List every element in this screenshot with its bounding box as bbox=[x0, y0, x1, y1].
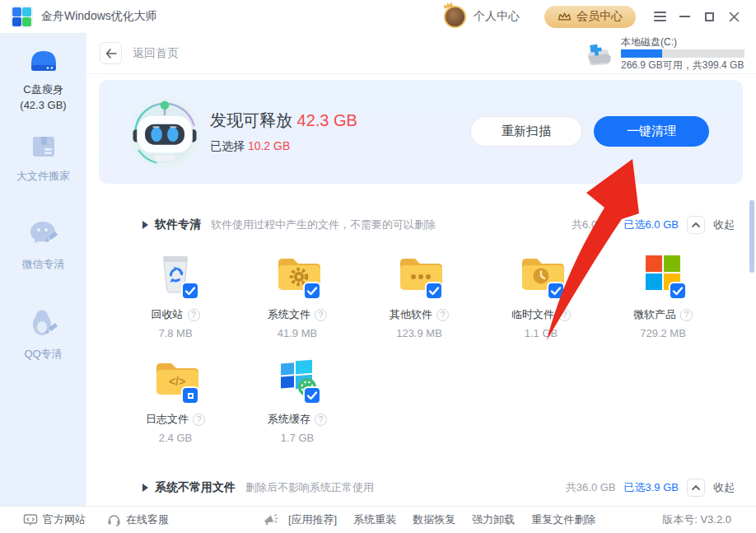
section-description: 软件使用过程中产生的文件，不需要的可以删除 bbox=[211, 217, 436, 232]
sidebar-item-wechat-clean[interactable]: 微信专清 bbox=[0, 218, 86, 272]
titlebar: 金舟Windows优化大师 个人中心 会员中心 bbox=[0, 0, 756, 33]
checkbox-checked[interactable] bbox=[305, 283, 320, 298]
user-avatar[interactable] bbox=[444, 6, 466, 28]
section-selected: 已选6.0 GB bbox=[624, 217, 679, 232]
app-logo-icon bbox=[11, 6, 33, 28]
cleanup-item-label: 其他软件 bbox=[390, 307, 432, 322]
chevron-up-icon bbox=[690, 482, 702, 493]
one-click-clean-button[interactable]: 一键清理 bbox=[594, 116, 709, 147]
sidebar-item-c-drive-slim[interactable]: C盘瘦身 (42.3 GB) bbox=[0, 45, 86, 113]
checkbox-checked[interactable] bbox=[427, 283, 441, 298]
force-uninstall-link[interactable]: 强力卸载 bbox=[472, 512, 515, 527]
cleanup-item-system-cache[interactable]: 系统缓存 1.7 GB bbox=[236, 354, 358, 444]
footer: 官方网站 在线客服 [应用推荐] 系统重装 数据恢复 强力卸载 bbox=[0, 506, 756, 533]
section-total: 共36.0 GB bbox=[566, 480, 616, 495]
collapse-button[interactable] bbox=[687, 479, 705, 497]
help-icon[interactable] bbox=[680, 309, 693, 321]
headset-icon bbox=[107, 513, 121, 526]
back-button[interactable] bbox=[100, 42, 122, 64]
help-icon[interactable] bbox=[188, 309, 200, 321]
close-button[interactable] bbox=[721, 5, 746, 28]
member-center-label: 会员中心 bbox=[576, 9, 623, 24]
minimize-button[interactable] bbox=[672, 5, 697, 28]
wechat-clean-icon bbox=[27, 218, 60, 250]
disk-usage-fill bbox=[621, 49, 662, 58]
cleanup-item-system-files[interactable]: 系统文件 41.9 MB bbox=[236, 250, 358, 339]
cleanup-item-size: 1.7 GB bbox=[281, 432, 314, 444]
maximize-button[interactable] bbox=[697, 5, 721, 28]
cleanup-item-size: 1.1 GB bbox=[525, 327, 558, 339]
sidebar-item-label: 微信专清 bbox=[22, 256, 65, 272]
cleanup-item-size: 7.8 MB bbox=[158, 327, 192, 339]
disk-name: 本地磁盘(C:) bbox=[621, 36, 744, 48]
menu-button[interactable] bbox=[647, 5, 672, 28]
checkbox-checked[interactable] bbox=[670, 283, 685, 298]
help-icon[interactable] bbox=[193, 414, 205, 426]
duplicate-file-delete-link[interactable]: 重复文件删除 bbox=[531, 512, 595, 527]
checkbox-checked[interactable] bbox=[305, 388, 320, 403]
disk-usage-bar bbox=[621, 49, 744, 58]
sidebar-item-label: QQ专清 bbox=[24, 346, 62, 362]
cleanup-item-microsoft-products[interactable]: 微软产品 729.2 MB bbox=[602, 250, 724, 339]
close-icon bbox=[729, 12, 740, 22]
official-site-link[interactable]: 官方网站 bbox=[23, 512, 86, 527]
section-software-clean-header: 软件专清 软件使用过程中产生的文件，不需要的可以删除 共6.0 GB 已选6.0… bbox=[86, 216, 756, 234]
monitor-icon bbox=[23, 513, 38, 526]
sidebar-item-big-file-move[interactable]: 大文件搬家 bbox=[0, 130, 86, 184]
section-triangle-icon bbox=[142, 484, 148, 492]
selected-label: 已选择 bbox=[210, 139, 245, 152]
cleanup-item-size: 123.9 MB bbox=[396, 327, 442, 339]
section-triangle-icon bbox=[142, 221, 148, 229]
maximize-icon bbox=[705, 12, 714, 21]
cleanup-item-label: 临时文件 bbox=[511, 307, 554, 322]
sidebar-item-label: 大文件搬家 bbox=[16, 168, 70, 184]
data-recovery-link[interactable]: 数据恢复 bbox=[413, 512, 455, 527]
system-reinstall-link[interactable]: 系统重装 bbox=[353, 512, 396, 527]
sidebar-item-qq-clean[interactable]: QQ专清 bbox=[0, 306, 86, 362]
cleanup-item-log-files[interactable]: </> 日志文件 2.4 GB bbox=[114, 354, 236, 444]
cleanup-grid-row-1: 回收站 7.8 MB 系统文件 bbox=[114, 250, 724, 339]
back-arrow-icon bbox=[105, 49, 117, 58]
back-home-label[interactable]: 返回首页 bbox=[133, 46, 179, 61]
cleanup-item-label: 微软产品 bbox=[633, 307, 676, 322]
selected-value: 10.2 GB bbox=[248, 139, 290, 152]
page-header: 返回首页 本地磁盘(C:) 266.9 GB可用，共399.4 GB bbox=[86, 33, 756, 74]
collapse-label[interactable]: 收起 bbox=[713, 217, 735, 232]
help-icon[interactable] bbox=[315, 414, 327, 426]
online-support-link[interactable]: 在线客服 bbox=[107, 512, 169, 527]
cleanup-item-label: 日志文件 bbox=[146, 412, 189, 427]
section-title: 系统不常用文件 bbox=[155, 480, 236, 495]
cleanup-item-other-software[interactable]: 其他软件 123.9 MB bbox=[358, 250, 480, 339]
app-window: 金舟Windows优化大师 个人中心 会员中心 bbox=[0, 0, 756, 533]
rescan-button[interactable]: 重新扫描 bbox=[470, 116, 582, 147]
disk-panel: 本地磁盘(C:) 266.9 GB可用，共399.4 GB bbox=[586, 36, 744, 71]
checkbox-checked[interactable] bbox=[548, 283, 563, 298]
app-title: 金舟Windows优化大师 bbox=[41, 9, 157, 24]
scan-result-banner: 发现可释放 42.3 GB 已选择 10.2 GB 重新扫描 一键清理 bbox=[99, 80, 743, 184]
checkbox-checked[interactable] bbox=[183, 283, 198, 298]
member-center-button[interactable]: 会员中心 bbox=[544, 6, 636, 28]
cleanup-item-temp-files[interactable]: 临时文件 1.1 GB bbox=[480, 250, 602, 339]
section-selected: 已选3.9 GB bbox=[624, 480, 679, 495]
disk-usage-text: 266.9 GB可用，共399.4 GB bbox=[621, 59, 744, 71]
collapse-label[interactable]: 收起 bbox=[713, 480, 735, 495]
collapse-button[interactable] bbox=[687, 216, 705, 234]
cleanup-item-size: 729.2 MB bbox=[640, 327, 686, 339]
cleanup-item-recycle-bin[interactable]: 回收站 7.8 MB bbox=[114, 250, 236, 339]
scrollbar-thumb[interactable] bbox=[749, 200, 754, 273]
disk-icon bbox=[27, 45, 60, 75]
found-value: 42.3 GB bbox=[297, 111, 357, 129]
user-center-link[interactable]: 个人中心 bbox=[474, 9, 520, 24]
help-icon[interactable] bbox=[558, 309, 571, 321]
sidebar-item-label: C盘瘦身 (42.3 GB) bbox=[20, 82, 66, 113]
help-icon[interactable] bbox=[436, 309, 449, 321]
app-recommend-link[interactable]: [应用推荐] bbox=[288, 512, 337, 527]
section-unused-system-files-header: 系统不常用文件 删除后不影响系统正常使用 共36.0 GB 已选3.9 GB 收… bbox=[86, 479, 756, 497]
checkbox-partial[interactable] bbox=[183, 388, 198, 403]
online-support-label: 在线客服 bbox=[126, 512, 169, 527]
help-icon[interactable] bbox=[315, 309, 327, 321]
cleanup-item-label: 回收站 bbox=[152, 307, 184, 322]
qq-clean-icon bbox=[27, 306, 60, 339]
section-title: 软件专清 bbox=[155, 217, 201, 232]
found-label: 发现可释放 bbox=[210, 111, 292, 129]
